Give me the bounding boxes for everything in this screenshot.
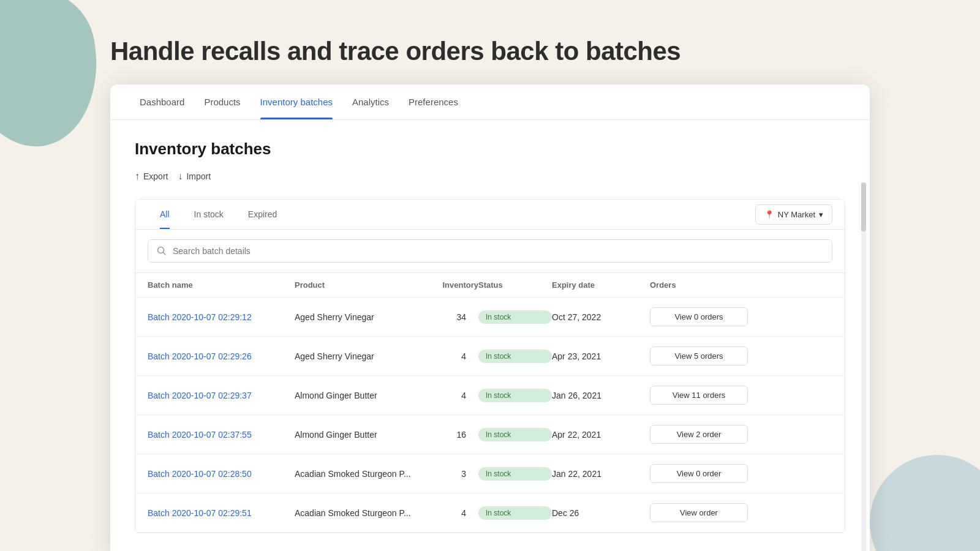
product-name: Almond Ginger Butter (295, 430, 417, 440)
expiry-date: Dec 26 (552, 508, 650, 518)
col-product: Product (295, 280, 417, 290)
status-badge: In stock (478, 310, 552, 324)
scrollbar-track[interactable] (861, 182, 866, 551)
expiry-date: Apr 23, 2021 (552, 351, 650, 361)
product-name: Aged Sherry Vinegar (295, 351, 417, 361)
status-badge: In stock (478, 428, 552, 441)
inventory-count: 4 (417, 391, 478, 400)
view-orders-button[interactable]: View 0 orders (650, 307, 748, 326)
scrollbar-thumb[interactable] (861, 182, 866, 231)
search-input[interactable] (173, 246, 823, 256)
import-button[interactable]: ↓ Import (178, 168, 211, 184)
app-window: DashboardProductsInventory batchesAnalyt… (110, 84, 870, 551)
inventory-count: 4 (417, 351, 478, 361)
table-row: Batch 2020-10-07 02:29:51 Acadian Smoked… (135, 493, 845, 533)
inventory-count: 34 (417, 312, 478, 322)
col-batch-name: Batch name (148, 280, 295, 290)
batch-link[interactable]: Batch 2020-10-07 02:29:37 (148, 391, 295, 400)
expiry-date: Jan 22, 2021 (552, 469, 650, 479)
view-orders-button[interactable]: View 11 orders (650, 386, 748, 405)
table-row: Batch 2020-10-07 02:28:50 Acadian Smoked… (135, 454, 845, 493)
market-selector-button[interactable]: 📍 NY Market ▾ (755, 204, 832, 225)
nav-item-products[interactable]: Products (194, 84, 250, 119)
search-row (135, 230, 845, 273)
product-name: Aged Sherry Vinegar (295, 312, 417, 322)
table-row: Batch 2020-10-07 02:37:55 Almond Ginger … (135, 415, 845, 454)
page-title: Inventory batches (135, 140, 845, 159)
filter-tab-in-stock[interactable]: In stock (182, 200, 236, 229)
filter-tab-all[interactable]: All (148, 200, 182, 229)
view-orders-button[interactable]: View 2 order (650, 425, 748, 444)
product-name: Almond Ginger Butter (295, 391, 417, 400)
nav-item-dashboard[interactable]: Dashboard (130, 84, 194, 119)
view-orders-button[interactable]: View order (650, 503, 748, 522)
view-orders-button[interactable]: View 5 orders (650, 347, 748, 365)
batch-link[interactable]: Batch 2020-10-07 02:29:12 (148, 312, 295, 322)
status-badge: In stock (478, 389, 552, 402)
export-label: Export (143, 171, 168, 181)
market-label: NY Market (778, 210, 815, 219)
main-heading: Handle recalls and trace orders back to … (0, 0, 980, 84)
status-badge: In stock (478, 467, 552, 481)
inventory-count: 16 (417, 430, 478, 440)
chevron-down-icon: ▾ (819, 210, 823, 219)
inventory-count: 3 (417, 469, 478, 479)
view-orders-button[interactable]: View 0 order (650, 464, 748, 483)
filter-tabs-row: AllIn stockExpired 📍 NY Market ▾ (135, 200, 845, 230)
inventory-count: 4 (417, 508, 478, 518)
table-row: Batch 2020-10-07 02:29:26 Aged Sherry Vi… (135, 337, 845, 376)
nav-bar: DashboardProductsInventory batchesAnalyt… (110, 84, 870, 120)
batch-link[interactable]: Batch 2020-10-07 02:29:51 (148, 508, 295, 518)
filter-tab-expired[interactable]: Expired (236, 200, 289, 229)
table-header: Batch name Product Inventory Status Expi… (135, 273, 845, 298)
decorative-blue-shape (870, 455, 980, 551)
expiry-date: Oct 27, 2022 (552, 312, 650, 322)
batch-link[interactable]: Batch 2020-10-07 02:37:55 (148, 430, 295, 440)
product-name: Acadian Smoked Sturgeon P... (295, 469, 417, 479)
batch-link[interactable]: Batch 2020-10-07 02:29:26 (148, 351, 295, 361)
location-icon: 📍 (764, 210, 774, 219)
export-icon: ↑ (135, 171, 140, 182)
nav-item-preferences[interactable]: Preferences (399, 84, 468, 119)
search-icon (157, 246, 167, 256)
col-expiry-date: Expiry date (552, 280, 650, 290)
nav-item-analytics[interactable]: Analytics (342, 84, 399, 119)
import-label: Import (186, 171, 211, 181)
expiry-date: Apr 22, 2021 (552, 430, 650, 440)
action-buttons: ↑ Export ↓ Import (135, 168, 845, 184)
nav-item-inventory-batches[interactable]: Inventory batches (251, 84, 342, 119)
status-badge: In stock (478, 506, 552, 520)
table-rows: Batch 2020-10-07 02:29:12 Aged Sherry Vi… (135, 298, 845, 533)
table-row: Batch 2020-10-07 02:29:37 Almond Ginger … (135, 376, 845, 415)
product-name: Acadian Smoked Sturgeon P... (295, 508, 417, 518)
export-button[interactable]: ↑ Export (135, 168, 168, 184)
filter-tabs: AllIn stockExpired (148, 200, 289, 229)
status-badge: In stock (478, 350, 552, 363)
content-area: Inventory batches ↑ Export ↓ Import AllI… (110, 120, 870, 551)
col-inventory: Inventory (417, 280, 478, 290)
batch-link[interactable]: Batch 2020-10-07 02:28:50 (148, 469, 295, 479)
filter-section: AllIn stockExpired 📍 NY Market ▾ (135, 199, 845, 533)
expiry-date: Jan 26, 2021 (552, 391, 650, 400)
search-wrap (148, 239, 832, 263)
svg-line-1 (164, 253, 166, 255)
table-row: Batch 2020-10-07 02:29:12 Aged Sherry Vi… (135, 298, 845, 337)
col-status: Status (478, 280, 552, 290)
import-icon: ↓ (178, 171, 183, 182)
col-orders: Orders (650, 280, 748, 290)
